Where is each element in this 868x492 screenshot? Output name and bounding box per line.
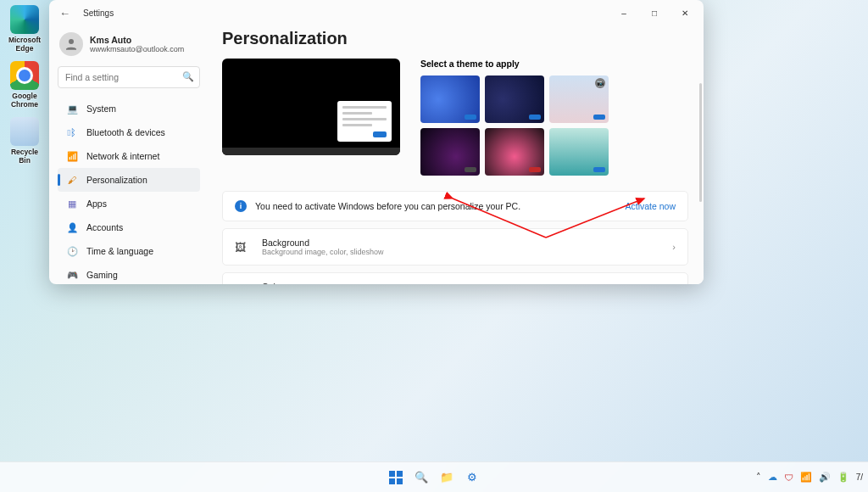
desktop-icon-edge[interactable]: Microsoft Edge [5, 5, 44, 53]
setting-title: Background [262, 238, 384, 248]
activate-now-link[interactable]: Activate now [625, 201, 676, 211]
taskbar[interactable]: 🔍 📁 ⚙ ˄ ☁ 🛡 📶 🔊 🔋 7/ [0, 461, 868, 492]
apps-icon: ▦ [66, 198, 78, 210]
theme-option-5[interactable] [485, 128, 544, 176]
nav-accounts[interactable]: 👤 Accounts [58, 215, 200, 239]
user-email: wwwkmsauto@outlook.com [90, 45, 184, 53]
activation-banner: i You need to activate Windows before yo… [222, 191, 688, 221]
search-icon: 🔍 [182, 71, 194, 82]
chrome-icon [10, 61, 39, 90]
theme-option-2[interactable] [485, 75, 544, 123]
setting-row-background[interactable]: 🖼 Background Background image, color, sl… [222, 228, 688, 266]
user-name: Kms Auto [90, 35, 184, 45]
svg-rect-4 [397, 471, 403, 477]
svg-point-0 [69, 39, 74, 44]
search-input[interactable] [58, 66, 200, 88]
themes-grid: 📷 [420, 75, 688, 176]
taskbar-settings[interactable]: ⚙ [464, 469, 481, 486]
gear-icon: ⚙ [467, 471, 477, 484]
theme-option-6[interactable] [549, 128, 609, 176]
nav-network[interactable]: 📶 Network & internet [58, 144, 200, 168]
themes-section: Select a theme to apply 📷 [420, 59, 688, 176]
tray-clock[interactable]: 7/ [856, 472, 863, 482]
nav-label: Gaming [86, 270, 118, 280]
tray-volume-icon[interactable]: 🔊 [819, 472, 831, 483]
window-title: Settings [83, 8, 609, 18]
account-header[interactable]: Kms Auto wwwkmsauto@outlook.com [58, 29, 200, 61]
preview-taskbar [222, 148, 400, 155]
search-icon: 🔍 [415, 471, 428, 484]
theme-option-3[interactable]: 📷 [549, 75, 609, 123]
nav-label: Time & language [86, 246, 153, 256]
nav-label: Network & internet [86, 151, 159, 161]
main-scrollbar[interactable] [699, 83, 702, 202]
preview-window [337, 101, 392, 142]
minimize-button[interactable]: – [609, 2, 639, 24]
tray-onedrive-icon[interactable]: ☁ [768, 472, 777, 483]
system-tray[interactable]: ˄ ☁ 🛡 📶 🔊 🔋 7/ [756, 472, 863, 483]
tray-security-icon[interactable]: 🛡 [784, 472, 793, 483]
nav-list: 💻 System ᛒ Bluetooth & devices 📶 Networ… [58, 97, 200, 284]
desktop-icon-label: Microsoft Edge [8, 36, 41, 53]
tray-chevron-icon[interactable]: ˄ [756, 472, 761, 483]
themes-title: Select a theme to apply [420, 59, 688, 69]
desktop-icon-chrome[interactable]: Google Chrome [5, 61, 44, 109]
window-titlebar[interactable]: ← Settings – □ ✕ [49, 0, 704, 25]
desktop-icon-label: Recycle Bin [11, 148, 38, 165]
main-pane: Personalization Select a theme to apply [207, 25, 704, 284]
nav-label: System [86, 103, 116, 114]
desktop-icon-recycle-bin[interactable]: Recycle Bin [5, 117, 44, 165]
nav-personalization[interactable]: 🖌 Personalization [58, 168, 200, 192]
bluetooth-icon: ᛒ [66, 126, 78, 138]
gamepad-icon: 🎮 [66, 269, 78, 281]
activation-message: You need to activate Windows before you … [255, 201, 625, 211]
info-icon: i [235, 200, 247, 212]
svg-rect-6 [397, 478, 403, 484]
theme-option-1[interactable] [420, 75, 480, 123]
close-button[interactable]: ✕ [670, 2, 700, 24]
nav-apps[interactable]: ▦ Apps [58, 192, 200, 215]
setting-subtitle: Background image, color, slideshow [262, 248, 384, 256]
taskbar-explorer[interactable]: 📁 [438, 469, 455, 486]
monitor-icon: 💻 [66, 103, 78, 115]
taskbar-search[interactable]: 🔍 [413, 469, 430, 486]
chevron-right-icon: › [672, 242, 676, 252]
start-button[interactable] [387, 469, 404, 486]
tray-battery-icon[interactable]: 🔋 [837, 472, 849, 483]
setting-row-colors[interactable]: 🎨 Colors Accent color, transparency effe… [222, 272, 688, 284]
nav-gaming[interactable]: 🎮 Gaming [58, 263, 200, 284]
avatar [59, 32, 83, 56]
folder-icon: 📁 [440, 471, 453, 484]
preview-row: Select a theme to apply 📷 [222, 59, 688, 176]
tray-wifi-icon[interactable]: 📶 [800, 472, 812, 483]
desktop-icon-label: Google Chrome [11, 92, 38, 109]
search-container: 🔍 [58, 66, 200, 88]
theme-option-4[interactable] [420, 128, 480, 176]
brush-icon: 🖌 [66, 174, 78, 186]
nav-label: Apps [86, 198, 107, 209]
camera-icon: 📷 [595, 78, 605, 88]
nav-label: Accounts [86, 222, 123, 232]
clock-icon: 🕑 [66, 245, 78, 257]
nav-label: Personalization [86, 175, 147, 185]
person-icon: 👤 [66, 221, 78, 233]
sidebar: Kms Auto wwwkmsauto@outlook.com 🔍 💻 Syst… [49, 25, 207, 284]
svg-rect-5 [389, 478, 395, 484]
taskbar-center: 🔍 📁 ⚙ [387, 469, 481, 486]
edge-icon [10, 5, 39, 34]
settings-window: ← Settings – □ ✕ Kms Auto wwwkmsauto@out… [49, 0, 704, 284]
setting-title: Colors [262, 282, 420, 284]
window-body: Kms Auto wwwkmsauto@outlook.com 🔍 💻 Syst… [49, 25, 704, 284]
nav-bluetooth[interactable]: ᛒ Bluetooth & devices [58, 120, 200, 144]
windows-icon [389, 471, 403, 484]
nav-system[interactable]: 💻 System [58, 97, 200, 120]
svg-rect-3 [389, 471, 395, 477]
recycle-bin-icon [10, 117, 39, 146]
back-button[interactable]: ← [59, 7, 76, 20]
nav-time[interactable]: 🕑 Time & language [58, 239, 200, 263]
desktop-preview [222, 59, 400, 155]
user-icon [64, 36, 79, 52]
desktop: Microsoft Edge Google Chrome Recycle Bin… [0, 0, 868, 492]
nav-label: Bluetooth & devices [86, 127, 165, 137]
maximize-button[interactable]: □ [639, 2, 670, 24]
